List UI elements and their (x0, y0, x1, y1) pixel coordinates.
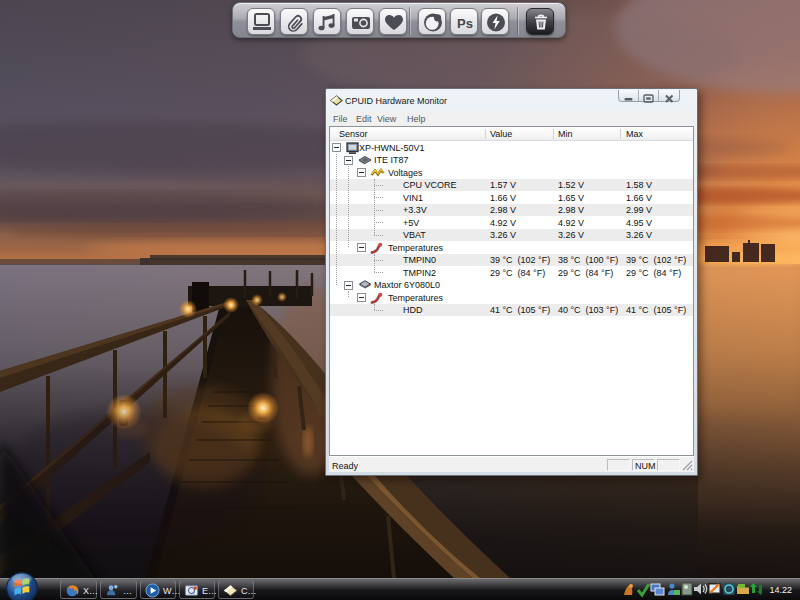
svg-text:Ps: Ps (457, 16, 473, 31)
